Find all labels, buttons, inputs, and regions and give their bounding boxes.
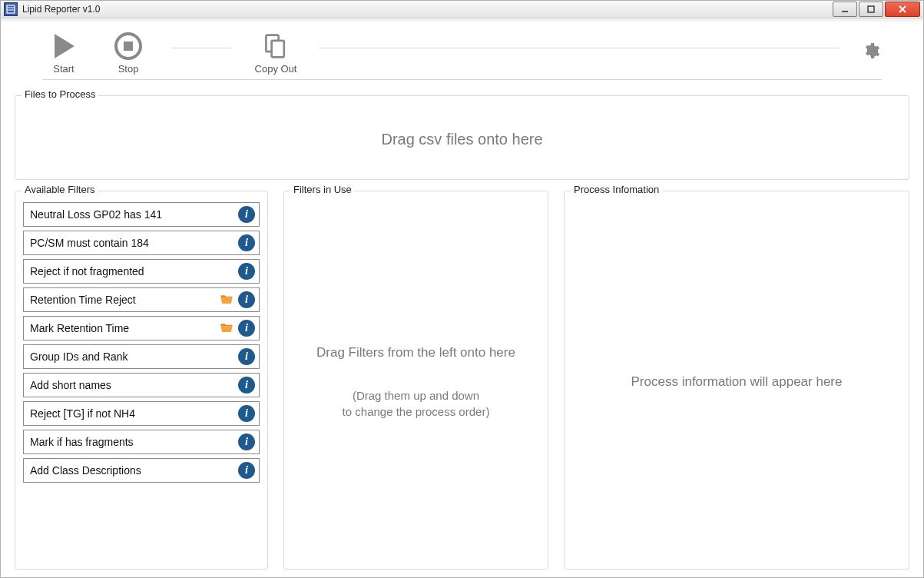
main-toolbar: Start Stop Copy O <box>42 29 882 79</box>
window-title: Lipid Reporter v1.0 <box>22 4 100 15</box>
filter-item[interactable]: Add Class Descriptionsi <box>23 458 260 483</box>
files-to-process-panel[interactable]: Files to Process Drag csv files onto her… <box>15 95 909 180</box>
folder-icon[interactable] <box>217 319 236 337</box>
info-icon[interactable]: i <box>237 404 256 423</box>
info-icon[interactable]: i <box>237 319 256 337</box>
stop-button-label: Stop <box>118 63 139 75</box>
filter-item-label: Reject if not fragmented <box>30 265 236 277</box>
info-icon[interactable]: i <box>237 262 256 281</box>
files-legend: Files to Process <box>22 88 98 100</box>
filter-item[interactable]: Mark Retention Timei <box>23 316 260 340</box>
filter-item[interactable]: Add short namesi <box>23 373 260 397</box>
available-filters-legend: Available Filters <box>22 184 98 195</box>
filter-item[interactable]: Neutral Loss GP02 has 141i <box>23 202 260 227</box>
filter-item[interactable]: Retention Time Rejecti <box>23 287 260 312</box>
filters-in-use-panel[interactable]: Filters in Use Drag Filters from the lef… <box>283 191 548 570</box>
info-icon[interactable]: i <box>237 347 256 366</box>
filter-item-label: Neutral Loss GP02 has 141 <box>30 208 236 221</box>
info-icon[interactable]: i <box>237 461 256 480</box>
window-titlebar: Lipid Reporter v1.0 <box>0 0 924 18</box>
filter-item[interactable]: Mark if has fragmentsi <box>23 430 260 454</box>
filters-in-use-subhint: (Drag them up and down to change the pro… <box>343 387 490 420</box>
filter-item-label: Mark Retention Time <box>30 322 216 334</box>
info-icon[interactable]: i <box>237 205 256 224</box>
svg-rect-9 <box>124 42 133 51</box>
available-filters-panel: Available Filters Neutral Loss GP02 has … <box>15 191 268 570</box>
filter-item[interactable]: Reject [TG] if not NH4i <box>23 401 260 426</box>
info-icon[interactable]: i <box>237 291 256 309</box>
filter-item-label: Group IDs and Rank <box>30 350 236 363</box>
filter-item-label: Reject [TG] if not NH4 <box>30 407 236 420</box>
copy-icon <box>259 29 293 63</box>
process-info-panel: Process Infomation Process information w… <box>564 191 909 570</box>
play-icon <box>47 29 81 63</box>
info-icon[interactable]: i <box>237 433 256 451</box>
copy-out-button[interactable]: Copy Out <box>254 29 297 75</box>
filters-in-use-legend: Filters in Use <box>290 184 355 195</box>
filter-item-label: Add Class Descriptions <box>30 464 236 477</box>
svg-rect-0 <box>7 5 15 13</box>
svg-rect-11 <box>272 41 284 58</box>
app-icon <box>4 2 18 16</box>
filter-item-label: Add short names <box>30 379 236 391</box>
window-minimize-button[interactable] <box>833 2 857 17</box>
start-button[interactable]: Start <box>42 29 85 75</box>
filter-item-label: Mark if has fragments <box>30 436 236 448</box>
filter-item-label: PC/SM must contain 184 <box>30 237 236 249</box>
stop-button[interactable]: Stop <box>107 29 150 75</box>
process-info-hint: Process information will appear here <box>631 373 843 391</box>
stop-icon <box>111 29 145 63</box>
svg-marker-7 <box>55 34 75 58</box>
gear-icon <box>862 42 880 60</box>
files-drop-hint: Drag csv files onto here <box>381 131 542 148</box>
settings-button[interactable] <box>860 40 882 61</box>
folder-icon[interactable] <box>217 291 236 309</box>
window-maximize-button[interactable] <box>859 2 883 17</box>
filter-item[interactable]: PC/SM must contain 184i <box>23 231 260 255</box>
start-button-label: Start <box>53 63 74 75</box>
app-client-area: Start Stop Copy O <box>0 22 924 578</box>
filter-list: Neutral Loss GP02 has 141iPC/SM must con… <box>23 202 260 483</box>
filter-item[interactable]: Group IDs and Ranki <box>23 344 260 369</box>
process-info-legend: Process Infomation <box>571 184 662 195</box>
info-icon[interactable]: i <box>237 376 256 394</box>
svg-rect-4 <box>868 6 874 12</box>
filter-item[interactable]: Reject if not fragmentedi <box>23 259 260 284</box>
window-close-button[interactable] <box>885 2 920 17</box>
copy-out-button-label: Copy Out <box>255 63 297 75</box>
filter-item-label: Retention Time Reject <box>30 294 216 306</box>
filters-in-use-hint: Drag Filters from the left onto here <box>316 344 515 362</box>
info-icon[interactable]: i <box>237 234 256 252</box>
